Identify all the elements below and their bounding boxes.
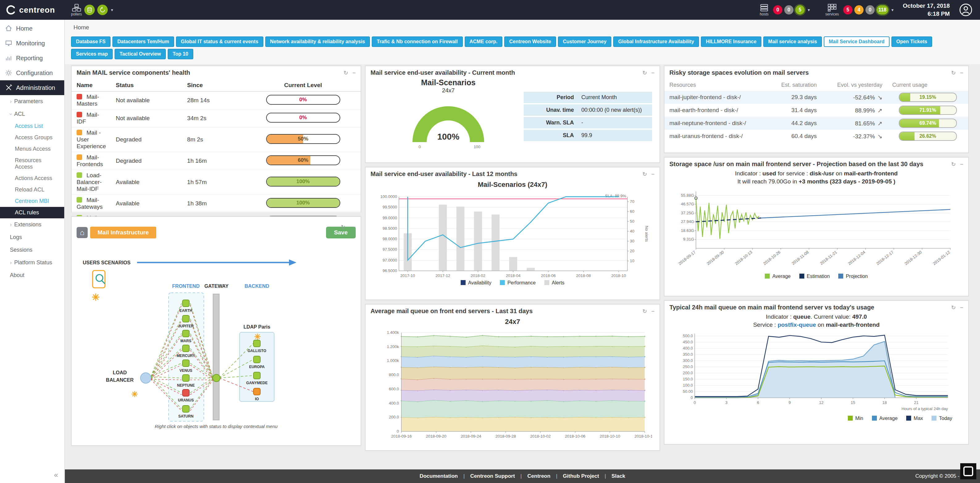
sidebar-item-resources-access[interactable]: Resources Access xyxy=(0,155,64,173)
svg-text:12: 12 xyxy=(819,400,824,405)
refresh-icon[interactable]: ↻ xyxy=(642,171,647,177)
svg-text:99.0000: 99.0000 xyxy=(383,215,397,220)
tab-services-map[interactable]: Services map xyxy=(71,49,113,59)
svg-text:2018-10-26: 2018-10-26 xyxy=(762,250,781,266)
counter-badge[interactable]: 0 xyxy=(773,5,783,14)
counter-badge[interactable]: 5 xyxy=(843,5,853,14)
sidebar-item-sessions[interactable]: Sessions xyxy=(0,244,64,256)
refresh-icon[interactable]: ↻ xyxy=(341,224,345,230)
counter-badge[interactable]: 5 xyxy=(795,5,805,14)
sidebar-item-parameters[interactable]: ›Parameters xyxy=(0,95,64,108)
footer-link-centreon-support[interactable]: Centreon Support xyxy=(470,473,515,479)
kiosk-button[interactable] xyxy=(960,463,976,479)
sidebar-item-acl[interactable]: ›ACL xyxy=(0,108,64,120)
services-status[interactable]: services 540118 ▾ xyxy=(825,4,894,16)
tab-centreon-website[interactable]: Centreon Website xyxy=(504,37,556,47)
sidebar-item-reload-acl[interactable]: Reload ACL xyxy=(0,184,64,196)
refresh-icon[interactable]: ↻ xyxy=(951,305,956,310)
sync-icon[interactable] xyxy=(97,5,108,15)
tab-acme-corp[interactable]: ACME corp. xyxy=(465,37,503,47)
sidebar-item-logs[interactable]: Logs xyxy=(0,231,64,244)
tab-database-fs[interactable]: Database FS xyxy=(71,37,111,47)
chevron-down-icon[interactable]: ▾ xyxy=(808,7,810,12)
centreon-logo[interactable]: centreon xyxy=(0,5,65,15)
footer-link-documentation[interactable]: Documentation xyxy=(420,473,458,479)
chevron-down-icon[interactable]: ▾ xyxy=(891,7,894,12)
sidebar-item-menus-access[interactable]: Menus Access xyxy=(0,143,64,155)
tab-hillmore-insurance[interactable]: HILLMORE Insurance xyxy=(701,37,761,47)
svg-text:2018-09-24: 2018-09-24 xyxy=(461,434,481,438)
counter-badge[interactable]: 0 xyxy=(784,5,794,14)
sidebar-collapse-button[interactable]: « xyxy=(54,471,58,479)
resource-name[interactable]: mail-uranus-frontend - disk-/ xyxy=(665,130,768,143)
tab-network-availability-reliability-analysis[interactable]: Network availability & reliability analy… xyxy=(265,37,370,47)
minimize-icon[interactable]: − xyxy=(960,161,963,167)
hosts-status[interactable]: hosts 005 ▾ xyxy=(760,4,810,16)
footer-link-github-project[interactable]: Github Project xyxy=(563,473,599,479)
resource-name[interactable]: mail-neptune-frontend - disk-/ xyxy=(665,117,768,130)
refresh-icon[interactable]: ↻ xyxy=(642,309,647,314)
saturation-value: 60.4 days xyxy=(768,130,822,143)
tab-mail-service-analysis[interactable]: Mail service analysis xyxy=(763,37,822,47)
refresh-icon[interactable]: ↻ xyxy=(343,70,348,76)
refresh-icon[interactable]: ↻ xyxy=(951,70,956,76)
sidebar-item-reporting[interactable]: Reporting xyxy=(0,51,64,65)
tab-top-10[interactable]: Top 10 xyxy=(168,49,193,59)
database-icon[interactable] xyxy=(84,5,95,15)
tab-datacenters-tem-hum[interactable]: Datacenters Tem/Hum xyxy=(112,37,174,47)
sidebar-item-extensions[interactable]: ›Extensions xyxy=(0,218,64,231)
minimize-icon[interactable]: − xyxy=(651,309,655,314)
minimize-icon[interactable]: − xyxy=(960,305,963,310)
svg-text:97.0000: 97.0000 xyxy=(383,258,397,263)
infrastructure-home-icon[interactable]: ⌂ xyxy=(76,227,88,238)
refresh-icon[interactable]: ↻ xyxy=(642,70,647,76)
tab-open-tickets[interactable]: Open Tickets xyxy=(891,37,932,47)
footer-link-centreon[interactable]: Centreon xyxy=(527,473,550,479)
tab-trafic-nb-connection-on-firewall[interactable]: Trafic & Nb connection on Firewall xyxy=(372,37,463,47)
gateway-node[interactable] xyxy=(213,374,220,382)
tab-global-it-status-current-events[interactable]: Global IT status & current events xyxy=(176,37,263,47)
sidebar-item-platform-status[interactable]: ›Platform Status xyxy=(0,256,64,269)
pollers-menu[interactable]: pollers ▾ xyxy=(71,4,113,16)
svg-text:2018-02: 2018-02 xyxy=(471,273,485,278)
chevron-down-icon[interactable]: ▾ xyxy=(111,7,113,12)
sidebar-item-label: Logs xyxy=(10,234,22,241)
sidebar-item-actions-access[interactable]: Actions Access xyxy=(0,173,64,184)
resource-name[interactable]: mail-jupiter-frontend - disk-/ xyxy=(665,91,768,104)
minimize-icon[interactable]: − xyxy=(352,224,356,230)
sidebar-item-access-list[interactable]: Access List xyxy=(0,120,64,132)
load-balancer-node[interactable] xyxy=(140,373,151,383)
svg-text:URANUS: URANUS xyxy=(178,398,194,402)
trend-up-icon: ↗ xyxy=(878,107,883,114)
tab-customer-journey[interactable]: Customer Journey xyxy=(558,37,611,47)
sidebar-item-monitoring[interactable]: Monitoring xyxy=(0,36,64,51)
tab-mail-service-dashboard[interactable]: Mail Service Dashboard xyxy=(824,37,889,47)
user-avatar[interactable] xyxy=(959,3,973,17)
tab-global-infrastructure-availability[interactable]: Global Infrastructure Availability xyxy=(613,37,699,47)
minimize-icon[interactable]: − xyxy=(960,70,963,76)
svg-text:USERS SCENARIOS: USERS SCENARIOS xyxy=(83,260,130,265)
infrastructure-diagram: USERS SCENARIOSFRONTENDGATEWAYBACKENDLDA… xyxy=(76,240,356,424)
breadcrumb[interactable]: Home xyxy=(65,20,980,33)
sidebar-item-label: Home xyxy=(16,25,32,32)
sidebar-item-acl-rules[interactable]: ACL rules xyxy=(0,207,64,218)
sidebar-item-administration[interactable]: Administration xyxy=(0,80,64,95)
svg-text:2018-09-28: 2018-09-28 xyxy=(495,434,516,438)
evolution-value: 88.99%↗ xyxy=(822,104,887,117)
sidebar-item-access-groups[interactable]: Access Groups xyxy=(0,132,64,143)
minimize-icon[interactable]: − xyxy=(651,70,655,76)
usage-bar: 26.62% xyxy=(899,132,957,141)
refresh-icon[interactable]: ↻ xyxy=(951,161,956,167)
sidebar-item-centreon-mbi[interactable]: Centreon MBI xyxy=(0,196,64,207)
footer-link-slack[interactable]: Slack xyxy=(612,473,625,479)
minimize-icon[interactable]: − xyxy=(352,70,356,76)
counter-badge[interactable]: 118 xyxy=(877,5,888,14)
counter-badge[interactable]: 0 xyxy=(865,5,875,14)
sidebar-item-about[interactable]: About xyxy=(0,269,64,282)
resource-name[interactable]: mail-earth-frontend - disk-/ xyxy=(665,104,768,117)
minimize-icon[interactable]: − xyxy=(651,171,655,177)
sidebar-item-home[interactable]: Home xyxy=(0,21,64,36)
counter-badge[interactable]: 4 xyxy=(854,5,864,14)
sidebar-item-configuration[interactable]: Configuration xyxy=(0,65,64,80)
tab-tactical-overview[interactable]: Tactical Overview xyxy=(115,49,166,59)
